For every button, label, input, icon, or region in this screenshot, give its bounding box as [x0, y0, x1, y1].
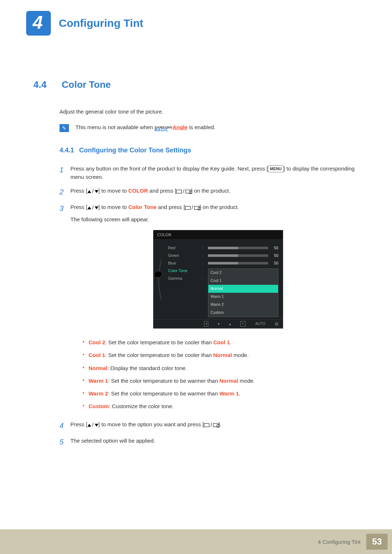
step-2: 2 Press [/] to move to COLOR and press [… [60, 186, 366, 198]
osd-illustration: COLOR Red Green Blue Color Tone [153, 230, 283, 329]
target-color-tone: Color Tone [128, 204, 156, 210]
osd-option-normal: Normal [208, 285, 278, 293]
osd-label-red: Red [168, 244, 197, 252]
step-1: 1 Press any button on the front of the p… [60, 164, 366, 181]
bullet-warm1: Warm 1: Set the color temperature to be … [83, 377, 366, 385]
step-text: The selected option will be applied. [70, 436, 366, 448]
osd-option-custom: Custom [208, 309, 278, 317]
note-suffix: is enabled. [188, 124, 216, 130]
enter-source-icon: / [176, 187, 191, 195]
magic-angle-term: Angle [172, 124, 188, 130]
osd-down-icon: ▾ [218, 321, 220, 327]
up-down-icon: / [87, 420, 98, 429]
footer-section-ref: 4 Configuring Tint [318, 539, 361, 545]
samsung-magic-logo: SAMSUNGMAGIC [155, 126, 173, 132]
bullet-cool2: Cool 2: Set the color temperature to be … [83, 338, 366, 346]
note-prefix: This menu is not available when [75, 124, 155, 130]
section-heading: 4.4 Color Tone [26, 79, 366, 90]
osd-label-gamma: Gamma [168, 275, 197, 282]
osd-footer: ◂ ▾ ▴ ↵ AUTO ⏻ [154, 319, 283, 328]
osd-slider-red: 50 [208, 244, 278, 252]
osd-option-warm1: Warm 1 [208, 293, 278, 301]
chapter-header: 4 Configuring Tint [26, 11, 366, 36]
step-number: 5 [60, 436, 65, 448]
bullet-warm2: Warm 2: Set the color temperature to be … [83, 389, 366, 398]
step-3-appear: The following screen will appear. [70, 215, 366, 223]
osd-power-icon: ⏻ [275, 321, 278, 327]
chapter-number-box: 4 [26, 11, 51, 36]
subsection-title: Configuring the Color Tone Settings [79, 147, 191, 154]
osd-slider-green: 50 [208, 252, 278, 259]
section-number: 4.4 [33, 79, 52, 90]
osd-header: COLOR [154, 230, 283, 240]
target-color: COLOR [128, 188, 148, 194]
note-text: This menu is not available when SAMSUNGM… [75, 124, 216, 132]
osd-option-warm2: Warm 2 [208, 301, 278, 309]
osd-enter-icon: ↵ [240, 321, 246, 326]
osd-label-color-tone: Color Tone [168, 267, 197, 275]
footer-page-number: 53 [366, 534, 388, 550]
note-row: This menu is not available when SAMSUNGM… [60, 124, 366, 132]
osd-label-blue: Blue [168, 259, 197, 267]
palette-icon [154, 271, 162, 278]
step-text: Press [/] to move to COLOR and press [/]… [70, 186, 366, 198]
step-5: 5 The selected option will be applied. [60, 436, 366, 448]
bullet-normal: Normal: Display the standard color tone. [83, 364, 366, 372]
osd-option-cool2: Cool 2 [208, 269, 278, 277]
bullet-custom: Custom: Customize the color tone. [83, 402, 366, 410]
osd-up-icon: ▴ [229, 321, 231, 327]
step-number: 4 [60, 420, 65, 431]
note-icon [60, 124, 69, 132]
osd-label-green: Green [168, 252, 197, 259]
chapter-title: Configuring Tint [59, 17, 143, 29]
step-text: Press any button on the front of the pro… [70, 164, 366, 181]
subsection-heading: 4.4.1 Configuring the Color Tone Setting… [60, 147, 366, 154]
bullet-cool1: Cool 1: Set the color temperature to be … [83, 351, 366, 359]
step-text: Press [/] to move to Color Tone and pres… [70, 203, 366, 415]
enter-source-icon: / [185, 203, 200, 212]
step-text: Press [/] to move to the option you want… [70, 420, 366, 431]
subsection-number: 4.4.1 [60, 147, 74, 154]
step-3: 3 Press [/] to move to Color Tone and pr… [60, 203, 366, 415]
chapter-number: 4 [33, 12, 43, 33]
up-down-icon: / [87, 187, 98, 195]
menu-button-label: MENU [268, 165, 283, 172]
step-4: 4 Press [/] to move to the option you wa… [60, 420, 366, 431]
enter-source-icon: / [204, 420, 219, 429]
osd-curve-decor [156, 243, 164, 317]
step-number: 3 [60, 203, 65, 415]
osd-auto-label: AUTO [255, 321, 265, 327]
up-down-icon: / [87, 203, 98, 212]
section-title: Color Tone [62, 79, 111, 90]
osd-slider-blue: 50 [208, 259, 278, 267]
page-footer: 4 Configuring Tint 53 [0, 529, 392, 554]
step-number: 2 [60, 186, 65, 198]
osd-dropdown: Cool 2 Cool 1 Normal Warm 1 Warm 2 Custo… [208, 268, 278, 317]
osd-back-icon: ◂ [204, 321, 208, 326]
intro-text: Adjust the general color tone of the pic… [60, 108, 366, 115]
step-number: 1 [60, 164, 65, 181]
osd-option-cool1: Cool 1 [208, 277, 278, 285]
